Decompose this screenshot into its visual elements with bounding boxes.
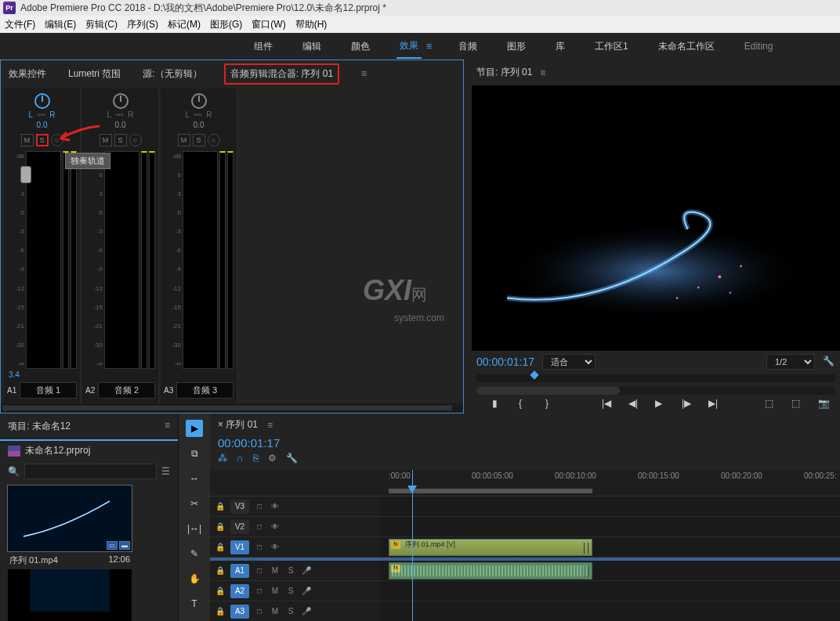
mark-in-icon[interactable]: ▮	[492, 398, 505, 410]
mixer-scroll[interactable]	[1, 403, 463, 413]
solo-button-a3[interactable]: S	[193, 134, 205, 146]
fader-a2[interactable]	[104, 151, 139, 369]
menu-help[interactable]: 帮助(H)	[295, 18, 328, 31]
tab-audio-clip-mixer[interactable]: 音频剪辑混合器: 序列 01	[224, 63, 339, 85]
pan-knob-a3[interactable]	[191, 93, 207, 109]
slip-tool-icon[interactable]: |↔|	[186, 520, 203, 537]
track-lane-v3[interactable]	[379, 496, 840, 517]
markers-icon[interactable]: ⚙	[268, 453, 277, 464]
channel-name-a1[interactable]: 音频 1	[20, 382, 77, 399]
export-frame-icon[interactable]: 📷	[818, 398, 831, 410]
snap-icon[interactable]: ⁂	[218, 453, 227, 464]
monitor-timecode[interactable]: 00:00:01:17	[476, 356, 534, 368]
goto-out-icon[interactable]: ▶|	[708, 398, 721, 410]
monitor-scrollbar[interactable]	[476, 387, 835, 395]
volume-value-a1[interactable]: 3.4	[4, 370, 20, 379]
channel-name-a2[interactable]: 音频 2	[98, 382, 155, 399]
tab-lumetri[interactable]: Lumetri 范围	[68, 67, 121, 81]
ws-tab-editing[interactable]: 编辑	[299, 35, 324, 58]
track-lane-a1[interactable]: fx	[379, 561, 840, 581]
lift-icon[interactable]: ⬚	[765, 398, 777, 410]
menu-marker[interactable]: 标记(M)	[168, 18, 201, 31]
play-icon[interactable]: ▶	[655, 398, 668, 410]
record-button-a1[interactable]: ○	[51, 134, 63, 146]
step-back-icon[interactable]: ◀|	[628, 398, 641, 410]
track-header-a1[interactable]: 🔒 A1 □ M S 🎤	[210, 561, 379, 581]
timeline-title[interactable]: × 序列 01	[218, 418, 258, 431]
record-button-a2[interactable]: ○	[129, 134, 142, 146]
project-item-thumb[interactable]: ▭▬	[8, 486, 132, 551]
goto-in-icon[interactable]: |◀	[602, 398, 614, 410]
track-lane-a3[interactable]	[379, 601, 840, 621]
monitor-timeline[interactable]	[476, 374, 835, 382]
menu-graphics[interactable]: 图形(G)	[210, 18, 242, 31]
lock-icon[interactable]: 🔒	[215, 501, 226, 512]
track-label-a2[interactable]: A2	[230, 584, 249, 598]
fader-a1[interactable]	[26, 151, 61, 369]
fader-handle-a1[interactable]	[20, 166, 31, 183]
track-label-v3[interactable]: V3	[230, 500, 249, 514]
clip-handle[interactable]	[584, 543, 588, 554]
ws-tab-library[interactable]: 库	[552, 35, 568, 58]
magnet-icon[interactable]: ∩	[237, 453, 244, 464]
record-button-a3[interactable]: ○	[208, 134, 220, 146]
selection-tool-icon[interactable]: ▶	[186, 420, 203, 437]
menu-clip[interactable]: 剪辑(C)	[85, 18, 118, 31]
timeline-tracks[interactable]: :00:00 00:00:05:00 00:00:10:00 00:00:15:…	[379, 470, 840, 621]
ws-tab-effects[interactable]: 效果	[396, 34, 422, 59]
video-clip[interactable]: fx 序列 01.mp4 [V]	[389, 539, 592, 556]
fit-selector[interactable]: 适合	[542, 354, 596, 370]
fader-a3[interactable]	[183, 151, 218, 369]
ws-tab-audio[interactable]: 音频	[455, 35, 480, 58]
track-label-v2[interactable]: V2	[230, 520, 249, 534]
wrench-icon[interactable]: 🔧	[286, 453, 298, 464]
menu-sequence[interactable]: 序列(S)	[127, 18, 158, 31]
pan-value-a1[interactable]: 0.0	[37, 121, 48, 129]
timeline-menu-icon[interactable]: ≡	[267, 420, 273, 431]
timeline-timecode[interactable]: 00:00:01:17	[210, 436, 840, 450]
linked-selection-icon[interactable]: ⎘	[253, 453, 259, 464]
track-label-a1[interactable]: A1	[230, 564, 249, 578]
list-view-icon[interactable]: ☰	[161, 466, 170, 477]
track-label-a3[interactable]: A3	[230, 605, 249, 619]
mute-button-a3[interactable]: M	[178, 134, 190, 146]
mute-button-a1[interactable]: M	[21, 134, 34, 146]
track-label-v1[interactable]: V1	[230, 540, 249, 554]
track-header-v1[interactable]: 🔒 V1 □ 👁	[210, 537, 379, 558]
menu-window[interactable]: 窗口(W)	[252, 18, 285, 31]
tab-effect-controls[interactable]: 效果控件	[9, 67, 46, 81]
eye-icon[interactable]: 👁	[270, 501, 281, 512]
project-search-input[interactable]	[24, 464, 157, 479]
wrench-icon[interactable]: 🔧	[823, 356, 835, 368]
step-fwd-icon[interactable]: |▶	[682, 398, 694, 410]
ws-tab-assembly[interactable]: 组件	[251, 35, 276, 58]
type-tool-icon[interactable]: T	[186, 595, 203, 612]
razor-tool-icon[interactable]: ✂	[186, 495, 203, 512]
monitor-menu-icon[interactable]: ≡	[540, 67, 545, 78]
solo-button-a2[interactable]: S	[114, 134, 127, 146]
pan-knob-a2[interactable]	[113, 93, 129, 109]
quality-selector[interactable]: 1/2	[766, 354, 815, 370]
track-select-tool-icon[interactable]: ⧉	[186, 445, 203, 462]
track-header-v3[interactable]: 🔒 V3 □ 👁	[210, 496, 379, 517]
track-header-a3[interactable]: 🔒 A3 □ M S 🎤	[210, 601, 379, 621]
ripple-tool-icon[interactable]: ↔	[186, 470, 203, 487]
ws-tab-workspace1[interactable]: 工作区1	[592, 35, 632, 58]
solo-button-a1[interactable]: S	[36, 134, 49, 146]
project-filename[interactable]: 未命名12.prproj	[25, 444, 90, 457]
pan-value-a3[interactable]: 0.0	[194, 121, 205, 129]
track-header-v2[interactable]: 🔒 V2 □ 👁	[210, 517, 379, 537]
project-menu-icon[interactable]: ≡	[165, 420, 170, 433]
hand-tool-icon[interactable]: ✋	[186, 570, 203, 587]
clip-fx-badge[interactable]: fx	[391, 541, 400, 549]
bracket-out-icon[interactable]: }	[545, 398, 558, 410]
mic-icon[interactable]: 🎤	[301, 565, 312, 576]
ws-tab-menu-icon[interactable]: ≡	[426, 41, 432, 52]
fx-icon[interactable]: □	[254, 501, 265, 512]
ws-editing-label[interactable]: Editing	[741, 36, 777, 56]
program-viewport[interactable]	[472, 85, 840, 351]
panel-menu-icon[interactable]: ≡	[361, 68, 367, 79]
ws-tab-graphics[interactable]: 图形	[504, 35, 529, 58]
audio-clip[interactable]: fx	[389, 562, 592, 579]
project-item-name[interactable]: 序列 01.mp4	[9, 554, 58, 566]
